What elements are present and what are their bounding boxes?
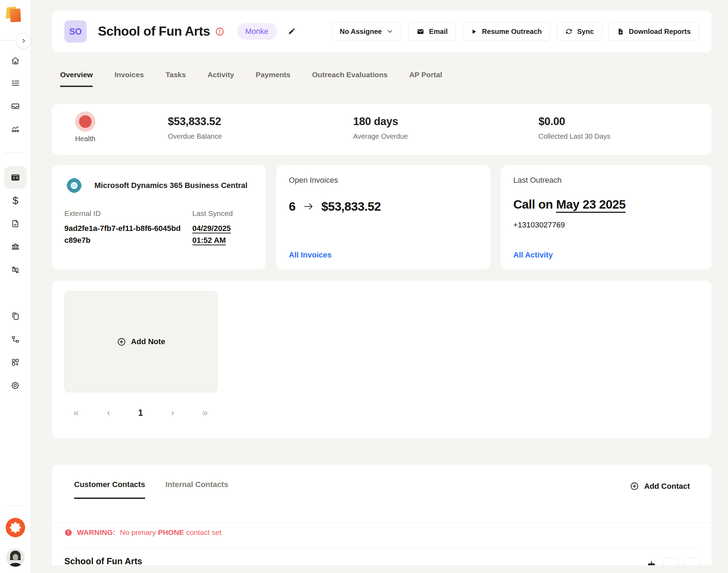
header-actions: No Assignee Email Resume Outreach Sync D… bbox=[331, 22, 699, 41]
contact-action-button-1[interactable] bbox=[662, 558, 678, 565]
logo-orange-square bbox=[10, 8, 21, 22]
customer-tabs: Overview Invoices Tasks Activity Payment… bbox=[60, 71, 442, 87]
cash-flow-icon bbox=[11, 265, 20, 274]
dynamics-365-icon bbox=[64, 176, 84, 195]
external-id-label: External ID bbox=[64, 209, 192, 218]
arrow-right-icon bbox=[302, 201, 314, 212]
call-date-link[interactable]: May 23 2025 bbox=[556, 197, 626, 213]
sidebar-item-inbox[interactable] bbox=[4, 95, 27, 117]
sidebar-item-apps[interactable] bbox=[4, 351, 27, 373]
add-contact-button[interactable]: Add Contact bbox=[630, 481, 690, 491]
add-note-label: Add Note bbox=[131, 337, 165, 346]
tab-customer-contacts[interactable]: Customer Contacts bbox=[74, 480, 145, 499]
sidebar-item-copies[interactable] bbox=[4, 305, 27, 327]
tab-outreach-evaluations[interactable]: Outreach Evaluations bbox=[312, 71, 388, 86]
next-page-button[interactable]: › bbox=[171, 408, 174, 418]
prev-page-button[interactable]: ‹ bbox=[107, 408, 110, 418]
robot-icon bbox=[646, 560, 657, 565]
edit-pencil-icon[interactable] bbox=[287, 27, 296, 36]
tab-ap-portal[interactable]: AP Portal bbox=[409, 71, 442, 86]
stat-value: $53,833.52 bbox=[168, 115, 222, 128]
last-outreach-title: Last Outreach bbox=[513, 176, 699, 185]
task-list-icon bbox=[11, 79, 20, 88]
contact-row-name: School of Fun Arts bbox=[64, 556, 142, 565]
add-note-button[interactable]: Add Note bbox=[64, 291, 217, 392]
download-reports-label: Download Reports bbox=[629, 28, 691, 36]
warning-text: No primary PHONE contact set bbox=[120, 528, 222, 537]
stats-bar: Health $53,833.52 Overdue Balance 180 da… bbox=[52, 104, 712, 155]
sidebar-item-documents[interactable] bbox=[4, 212, 27, 235]
tab-payments[interactable]: Payments bbox=[256, 71, 290, 86]
sidebar-item-billing[interactable]: $ bbox=[4, 189, 27, 212]
workflow-icon bbox=[11, 335, 20, 344]
contacts-tabs: Customer Contacts Internal Contacts bbox=[74, 480, 228, 499]
open-invoices-card: Open Invoices 6 $53,833.52 All Invoices bbox=[276, 165, 490, 269]
document-check-icon bbox=[11, 219, 20, 228]
integration-card: Microsoft Dynamics 365 Business Central … bbox=[52, 165, 266, 269]
sidebar-item-home[interactable] bbox=[4, 50, 27, 72]
stat-collected-30-days: $0.00 Collected Last 30 Days bbox=[538, 115, 611, 140]
customer-card-icon bbox=[10, 172, 21, 183]
apps-add-icon bbox=[11, 358, 20, 367]
sidebar-item-settings[interactable] bbox=[4, 374, 27, 397]
resume-outreach-label: Resume Outreach bbox=[482, 28, 542, 36]
sidebar-item-tasks[interactable] bbox=[4, 72, 27, 94]
stat-label: Collected Last 30 Days bbox=[538, 132, 611, 140]
last-synced-date[interactable]: 04/29/2025 bbox=[192, 223, 233, 234]
health-label: Health bbox=[64, 135, 106, 143]
stat-average-overdue: 180 days Average Overdue bbox=[353, 115, 408, 140]
external-id-value: 9ad2fe1a-7fb7-ef11-b8f6-6045bdc89e7b bbox=[64, 223, 183, 246]
warning-divider bbox=[64, 548, 699, 549]
outreach-phone-number: +13103027769 bbox=[513, 220, 699, 230]
first-page-button[interactable]: « bbox=[73, 408, 79, 418]
open-invoices-count: 6 bbox=[289, 200, 295, 213]
workspace-avatar[interactable] bbox=[6, 518, 25, 537]
warning-label: WARNING: bbox=[77, 528, 115, 537]
email-label: Email bbox=[429, 28, 448, 36]
sidebar-item-bank[interactable] bbox=[4, 235, 27, 258]
app-logo-icon[interactable] bbox=[6, 6, 23, 24]
plus-circle-icon bbox=[117, 337, 126, 347]
resume-outreach-button[interactable]: Resume Outreach bbox=[462, 22, 550, 41]
sidebar-item-analytics[interactable] bbox=[4, 118, 27, 140]
warning-icon bbox=[64, 529, 72, 537]
email-button[interactable]: Email bbox=[408, 22, 456, 41]
last-page-button[interactable]: » bbox=[202, 408, 208, 418]
tab-overview[interactable]: Overview bbox=[60, 71, 93, 87]
tab-tasks[interactable]: Tasks bbox=[165, 71, 186, 86]
home-icon bbox=[11, 56, 20, 65]
play-icon bbox=[471, 28, 477, 35]
tab-internal-contacts[interactable]: Internal Contacts bbox=[165, 480, 228, 499]
contact-warning: WARNING: No primary PHONE contact set bbox=[64, 528, 222, 537]
add-contact-label: Add Contact bbox=[644, 482, 690, 491]
sidebar-expand-button[interactable] bbox=[16, 33, 31, 48]
status-badge[interactable]: Monke bbox=[237, 23, 277, 40]
sidebar-item-customers[interactable] bbox=[4, 166, 27, 189]
gear-icon bbox=[11, 381, 20, 390]
assignee-dropdown[interactable]: No Assignee bbox=[331, 22, 402, 41]
dollar-icon: $ bbox=[13, 195, 19, 206]
tab-invoices[interactable]: Invoices bbox=[114, 71, 144, 86]
all-invoices-link[interactable]: All Invoices bbox=[289, 251, 331, 260]
user-avatar[interactable] bbox=[6, 549, 24, 567]
last-synced-time[interactable]: 01:52 AM bbox=[192, 234, 233, 246]
sidebar-bottom-divider bbox=[5, 506, 26, 506]
last-outreach-card: Last Outreach Call on May 23 2025 +13103… bbox=[501, 165, 712, 269]
sidebar-item-workflows[interactable] bbox=[4, 328, 27, 350]
download-reports-button[interactable]: Download Reports bbox=[608, 22, 699, 41]
sidebar-item-payments[interactable] bbox=[4, 259, 27, 281]
copy-icon bbox=[11, 312, 20, 321]
current-page-number: 1 bbox=[138, 408, 143, 417]
all-activity-link[interactable]: All Activity bbox=[513, 251, 553, 260]
tab-activity[interactable]: Activity bbox=[207, 71, 234, 86]
file-download-icon bbox=[617, 28, 624, 35]
health-indicator: Health bbox=[64, 111, 106, 143]
inbox-icon bbox=[11, 102, 20, 111]
stat-overdue-balance: $53,833.52 Overdue Balance bbox=[168, 115, 222, 140]
open-invoices-title: Open Invoices bbox=[289, 176, 478, 185]
plus-circle-icon bbox=[630, 481, 639, 491]
sync-button[interactable]: Sync bbox=[557, 22, 602, 41]
contact-action-button-2[interactable] bbox=[684, 558, 700, 565]
chevron-right-icon bbox=[21, 38, 27, 44]
sync-icon bbox=[565, 28, 573, 35]
